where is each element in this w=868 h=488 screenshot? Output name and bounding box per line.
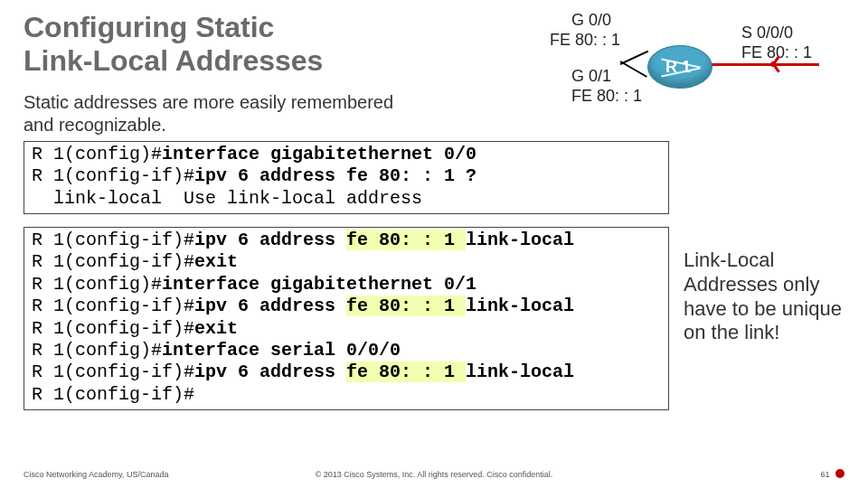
body-text: Static addresses are more easily remembe… [24, 91, 393, 136]
c2-l6-cmd: interface serial 0/0/0 [162, 340, 401, 361]
title-line-2: Link-Local Addresses [24, 44, 323, 77]
c2-l5-cmd: exit [194, 318, 238, 339]
c2-l2-prompt: R 1(config-if)# [32, 251, 194, 272]
serial-link-line [711, 63, 819, 66]
code-block-2: R 1(config-if)#ipv 6 address fe 80: : 1 … [24, 227, 669, 410]
c1-l3: link-local Use link-local address [32, 188, 422, 209]
note-l2: Addresses only [684, 273, 819, 296]
router-label: R 1 [665, 58, 691, 77]
body-line-2: and recognizable. [24, 115, 166, 135]
c2-l2-cmd: exit [194, 251, 238, 272]
c2-l7-addr: fe 80: : 1 [346, 361, 466, 382]
c2-l1-cmd1: ipv 6 address [194, 230, 346, 250]
c2-l3-cmd: interface gigabitethernet 0/1 [162, 274, 476, 295]
footer-left: Cisco Networking Academy, US/Canada [24, 470, 168, 479]
label-g01-addr: FE 80: : 1 [571, 87, 642, 106]
c1-l1-cmd: interface gigabitethernet 0/0 [162, 144, 476, 164]
c2-l4-addr: fe 80: : 1 [346, 296, 466, 316]
slide-title: Configuring Static Link-Local Addresses [24, 11, 323, 78]
c2-l4-cmd1: ipv 6 address [194, 296, 346, 316]
footer-right: 61 [820, 468, 844, 479]
c2-l4-prompt: R 1(config-if)# [32, 296, 194, 316]
note-l3: have to be unique [684, 297, 842, 320]
c2-l7-cmd1: ipv 6 address [194, 361, 346, 382]
callout-note: Link-Local Addresses only have to be uni… [684, 249, 842, 345]
network-diagram: G 0/0 FE 80: : 1 G 0/1 FE 80: : 1 S 0/0/… [532, 11, 857, 137]
serial-zigzag-icon [774, 55, 790, 73]
c1-l2-cmd: ipv 6 address fe 80: : 1 ? [194, 165, 476, 186]
footer-mid: © 2013 Cisco Systems, Inc. All rights re… [316, 470, 553, 479]
c2-l5-prompt: R 1(config-if)# [32, 318, 194, 339]
footer: Cisco Networking Academy, US/Canada © 20… [24, 468, 844, 479]
link-line-2 [620, 51, 649, 65]
c1-l1-prompt: R 1(config)# [32, 144, 162, 164]
slide-dot-icon [835, 469, 844, 478]
c2-l1-prompt: R 1(config-if)# [32, 230, 194, 250]
c2-l4-cmd2: link-local [466, 296, 574, 316]
c2-l1-addr: fe 80: : 1 [346, 230, 466, 250]
title-line-1: Configuring Static [24, 11, 274, 43]
slide-number: 61 [820, 470, 829, 479]
c2-l3-prompt: R 1(config)# [32, 274, 162, 295]
c2-l1-cmd2: link-local [466, 230, 574, 250]
label-g00: G 0/0 [571, 11, 611, 30]
c2-l6-prompt: R 1(config)# [32, 340, 162, 361]
body-line-1: Static addresses are more easily remembe… [24, 92, 393, 112]
c2-l7-cmd2: link-local [466, 361, 574, 382]
code-block-1: R 1(config)#interface gigabitethernet 0/… [24, 141, 669, 214]
label-s000: S 0/0/0 [741, 23, 793, 42]
label-g00-addr: FE 80: : 1 [550, 31, 620, 50]
note-l4: on the link! [684, 321, 779, 343]
c2-l7-prompt: R 1(config-if)# [32, 361, 194, 382]
note-l1: Link-Local [684, 249, 774, 271]
c2-l8: R 1(config-if)# [32, 384, 194, 405]
label-g01: G 0/1 [571, 67, 611, 86]
c1-l2-prompt: R 1(config-if)# [32, 165, 194, 186]
